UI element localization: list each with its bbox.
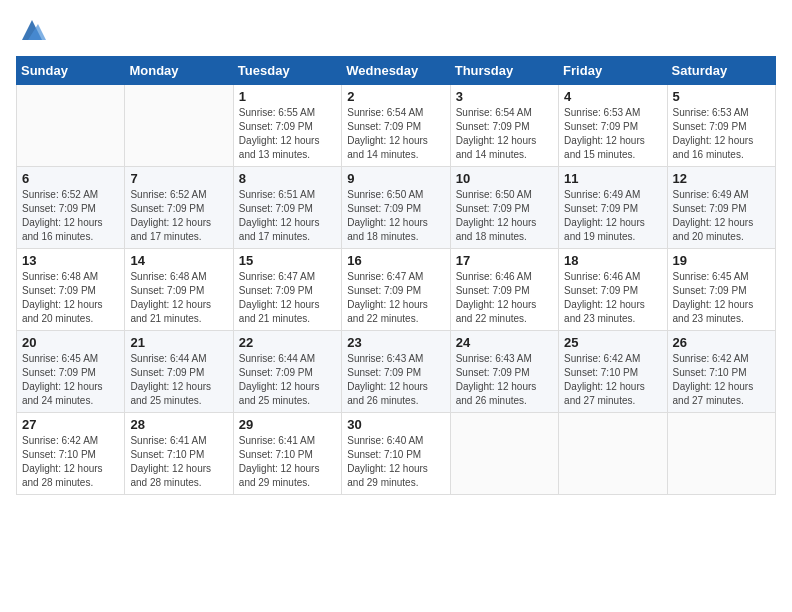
day-of-week-header: Saturday <box>667 57 775 85</box>
calendar-week-row: 6Sunrise: 6:52 AM Sunset: 7:09 PM Daylig… <box>17 167 776 249</box>
day-of-week-header: Wednesday <box>342 57 450 85</box>
day-number: 12 <box>673 171 770 186</box>
calendar-cell: 10Sunrise: 6:50 AM Sunset: 7:09 PM Dayli… <box>450 167 558 249</box>
day-info: Sunrise: 6:42 AM Sunset: 7:10 PM Dayligh… <box>673 352 770 408</box>
calendar-cell <box>667 413 775 495</box>
day-info: Sunrise: 6:46 AM Sunset: 7:09 PM Dayligh… <box>456 270 553 326</box>
day-number: 22 <box>239 335 336 350</box>
day-number: 7 <box>130 171 227 186</box>
day-info: Sunrise: 6:42 AM Sunset: 7:10 PM Dayligh… <box>22 434 119 490</box>
day-number: 16 <box>347 253 444 268</box>
day-info: Sunrise: 6:50 AM Sunset: 7:09 PM Dayligh… <box>347 188 444 244</box>
day-number: 26 <box>673 335 770 350</box>
day-number: 24 <box>456 335 553 350</box>
day-number: 14 <box>130 253 227 268</box>
day-of-week-header: Tuesday <box>233 57 341 85</box>
calendar-cell <box>559 413 667 495</box>
calendar-cell: 22Sunrise: 6:44 AM Sunset: 7:09 PM Dayli… <box>233 331 341 413</box>
day-number: 6 <box>22 171 119 186</box>
calendar-cell: 26Sunrise: 6:42 AM Sunset: 7:10 PM Dayli… <box>667 331 775 413</box>
calendar-cell: 14Sunrise: 6:48 AM Sunset: 7:09 PM Dayli… <box>125 249 233 331</box>
day-info: Sunrise: 6:45 AM Sunset: 7:09 PM Dayligh… <box>673 270 770 326</box>
day-number: 2 <box>347 89 444 104</box>
day-of-week-header: Friday <box>559 57 667 85</box>
day-info: Sunrise: 6:51 AM Sunset: 7:09 PM Dayligh… <box>239 188 336 244</box>
day-info: Sunrise: 6:42 AM Sunset: 7:10 PM Dayligh… <box>564 352 661 408</box>
day-number: 19 <box>673 253 770 268</box>
day-info: Sunrise: 6:52 AM Sunset: 7:09 PM Dayligh… <box>22 188 119 244</box>
day-number: 18 <box>564 253 661 268</box>
calendar-cell <box>450 413 558 495</box>
calendar-cell: 18Sunrise: 6:46 AM Sunset: 7:09 PM Dayli… <box>559 249 667 331</box>
calendar-cell: 20Sunrise: 6:45 AM Sunset: 7:09 PM Dayli… <box>17 331 125 413</box>
day-info: Sunrise: 6:40 AM Sunset: 7:10 PM Dayligh… <box>347 434 444 490</box>
calendar-cell: 6Sunrise: 6:52 AM Sunset: 7:09 PM Daylig… <box>17 167 125 249</box>
calendar-week-row: 20Sunrise: 6:45 AM Sunset: 7:09 PM Dayli… <box>17 331 776 413</box>
day-number: 11 <box>564 171 661 186</box>
day-of-week-header: Thursday <box>450 57 558 85</box>
calendar-week-row: 27Sunrise: 6:42 AM Sunset: 7:10 PM Dayli… <box>17 413 776 495</box>
day-number: 5 <box>673 89 770 104</box>
day-number: 17 <box>456 253 553 268</box>
day-info: Sunrise: 6:43 AM Sunset: 7:09 PM Dayligh… <box>456 352 553 408</box>
day-info: Sunrise: 6:44 AM Sunset: 7:09 PM Dayligh… <box>130 352 227 408</box>
calendar-cell: 12Sunrise: 6:49 AM Sunset: 7:09 PM Dayli… <box>667 167 775 249</box>
day-info: Sunrise: 6:54 AM Sunset: 7:09 PM Dayligh… <box>456 106 553 162</box>
day-number: 3 <box>456 89 553 104</box>
calendar-cell <box>17 85 125 167</box>
day-number: 13 <box>22 253 119 268</box>
calendar-cell: 23Sunrise: 6:43 AM Sunset: 7:09 PM Dayli… <box>342 331 450 413</box>
logo-icon <box>18 16 46 44</box>
calendar-cell: 7Sunrise: 6:52 AM Sunset: 7:09 PM Daylig… <box>125 167 233 249</box>
day-info: Sunrise: 6:52 AM Sunset: 7:09 PM Dayligh… <box>130 188 227 244</box>
day-info: Sunrise: 6:50 AM Sunset: 7:09 PM Dayligh… <box>456 188 553 244</box>
day-info: Sunrise: 6:54 AM Sunset: 7:09 PM Dayligh… <box>347 106 444 162</box>
calendar-cell: 16Sunrise: 6:47 AM Sunset: 7:09 PM Dayli… <box>342 249 450 331</box>
day-number: 15 <box>239 253 336 268</box>
day-info: Sunrise: 6:43 AM Sunset: 7:09 PM Dayligh… <box>347 352 444 408</box>
day-info: Sunrise: 6:47 AM Sunset: 7:09 PM Dayligh… <box>347 270 444 326</box>
day-info: Sunrise: 6:53 AM Sunset: 7:09 PM Dayligh… <box>564 106 661 162</box>
day-number: 21 <box>130 335 227 350</box>
calendar-cell: 15Sunrise: 6:47 AM Sunset: 7:09 PM Dayli… <box>233 249 341 331</box>
day-number: 30 <box>347 417 444 432</box>
day-info: Sunrise: 6:55 AM Sunset: 7:09 PM Dayligh… <box>239 106 336 162</box>
day-number: 10 <box>456 171 553 186</box>
calendar-cell: 17Sunrise: 6:46 AM Sunset: 7:09 PM Dayli… <box>450 249 558 331</box>
calendar-cell: 27Sunrise: 6:42 AM Sunset: 7:10 PM Dayli… <box>17 413 125 495</box>
calendar-cell: 21Sunrise: 6:44 AM Sunset: 7:09 PM Dayli… <box>125 331 233 413</box>
calendar-cell: 28Sunrise: 6:41 AM Sunset: 7:10 PM Dayli… <box>125 413 233 495</box>
day-info: Sunrise: 6:41 AM Sunset: 7:10 PM Dayligh… <box>239 434 336 490</box>
day-of-week-header: Sunday <box>17 57 125 85</box>
day-number: 1 <box>239 89 336 104</box>
day-info: Sunrise: 6:48 AM Sunset: 7:09 PM Dayligh… <box>130 270 227 326</box>
day-info: Sunrise: 6:41 AM Sunset: 7:10 PM Dayligh… <box>130 434 227 490</box>
calendar-table: SundayMondayTuesdayWednesdayThursdayFrid… <box>16 56 776 495</box>
logo <box>16 16 46 44</box>
day-info: Sunrise: 6:53 AM Sunset: 7:09 PM Dayligh… <box>673 106 770 162</box>
calendar-cell: 3Sunrise: 6:54 AM Sunset: 7:09 PM Daylig… <box>450 85 558 167</box>
calendar-cell: 4Sunrise: 6:53 AM Sunset: 7:09 PM Daylig… <box>559 85 667 167</box>
calendar-cell: 19Sunrise: 6:45 AM Sunset: 7:09 PM Dayli… <box>667 249 775 331</box>
day-of-week-header: Monday <box>125 57 233 85</box>
day-info: Sunrise: 6:48 AM Sunset: 7:09 PM Dayligh… <box>22 270 119 326</box>
day-info: Sunrise: 6:45 AM Sunset: 7:09 PM Dayligh… <box>22 352 119 408</box>
calendar-cell: 8Sunrise: 6:51 AM Sunset: 7:09 PM Daylig… <box>233 167 341 249</box>
day-info: Sunrise: 6:49 AM Sunset: 7:09 PM Dayligh… <box>673 188 770 244</box>
day-number: 23 <box>347 335 444 350</box>
calendar-cell: 2Sunrise: 6:54 AM Sunset: 7:09 PM Daylig… <box>342 85 450 167</box>
calendar-cell: 9Sunrise: 6:50 AM Sunset: 7:09 PM Daylig… <box>342 167 450 249</box>
calendar-cell <box>125 85 233 167</box>
calendar-week-row: 1Sunrise: 6:55 AM Sunset: 7:09 PM Daylig… <box>17 85 776 167</box>
calendar-cell: 5Sunrise: 6:53 AM Sunset: 7:09 PM Daylig… <box>667 85 775 167</box>
day-number: 29 <box>239 417 336 432</box>
calendar-cell: 30Sunrise: 6:40 AM Sunset: 7:10 PM Dayli… <box>342 413 450 495</box>
calendar-week-row: 13Sunrise: 6:48 AM Sunset: 7:09 PM Dayli… <box>17 249 776 331</box>
day-number: 8 <box>239 171 336 186</box>
calendar-cell: 29Sunrise: 6:41 AM Sunset: 7:10 PM Dayli… <box>233 413 341 495</box>
day-info: Sunrise: 6:49 AM Sunset: 7:09 PM Dayligh… <box>564 188 661 244</box>
day-number: 25 <box>564 335 661 350</box>
day-number: 28 <box>130 417 227 432</box>
calendar-cell: 1Sunrise: 6:55 AM Sunset: 7:09 PM Daylig… <box>233 85 341 167</box>
calendar-cell: 13Sunrise: 6:48 AM Sunset: 7:09 PM Dayli… <box>17 249 125 331</box>
